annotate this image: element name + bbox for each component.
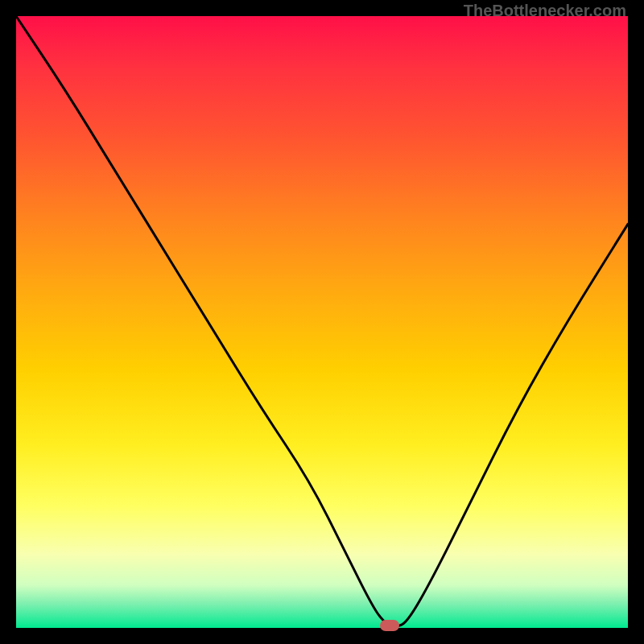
plot-area: [16, 16, 628, 628]
source-caption: TheBottlenecker.com: [464, 2, 626, 20]
optimal-point-marker: [380, 620, 399, 631]
chart-container: TheBottlenecker.com: [0, 0, 644, 644]
bottleneck-curve: [16, 16, 628, 628]
